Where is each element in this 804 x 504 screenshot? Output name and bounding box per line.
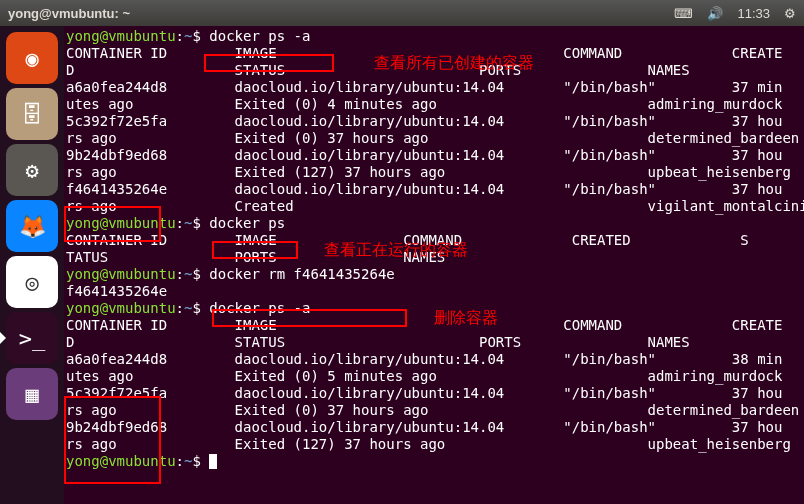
terminal-output-line: a6a0fea244d8 daocloud.io/library/ubuntu:…: [66, 79, 804, 96]
terminal-output-line: rs ago Exited (0) 37 hours ago determine…: [66, 402, 804, 419]
terminal-output-line: 5c392f72e5fa daocloud.io/library/ubuntu:…: [66, 113, 804, 130]
terminal-output-line: D STATUS PORTS NAMES: [66, 334, 804, 351]
cursor-icon: [209, 454, 217, 469]
command-text: docker ps: [209, 215, 285, 231]
command-text: docker rm f4641435264e: [209, 266, 394, 282]
terminal-output-line: f4641435264e daocloud.io/library/ubuntu:…: [66, 181, 804, 198]
terminal-output-line: rs ago Created vigilant_montalcini: [66, 198, 804, 215]
terminal-output-line: utes ago Exited (0) 5 minutes ago admiri…: [66, 368, 804, 385]
terminal-output-line: 9b24dbf9ed68 daocloud.io/library/ubuntu:…: [66, 147, 804, 164]
keyboard-icon[interactable]: ⌨: [674, 6, 693, 21]
launcher-terminal-icon[interactable]: >_: [6, 312, 58, 364]
command-text: docker ps -a: [209, 28, 310, 44]
terminal-output-line: rs ago Exited (127) 37 hours ago upbeat_…: [66, 164, 804, 181]
terminal-line: yong@vmubuntu:~$ docker ps -a: [66, 28, 804, 45]
terminal-output-line: a6a0fea244d8 daocloud.io/library/ubuntu:…: [66, 351, 804, 368]
clock-text[interactable]: 11:33: [737, 6, 770, 21]
terminal-viewport[interactable]: yong@vmubuntu:~$ docker ps -aCONTAINER I…: [64, 26, 804, 504]
terminal-output-line: CONTAINER ID IMAGE COMMAND CREATE: [66, 45, 804, 62]
launcher-settings-icon[interactable]: ⚙: [6, 144, 58, 196]
terminal-output-line: D STATUS PORTS NAMES: [66, 62, 804, 79]
terminal-output-line: CONTAINER ID IMAGE COMMAND CREATE: [66, 317, 804, 334]
sound-icon[interactable]: 🔊: [707, 6, 723, 21]
terminal-output-line: TATUS PORTS NAMES: [66, 249, 804, 266]
command-text: docker ps -a: [209, 300, 310, 316]
terminal-line: yong@vmubuntu:~$ docker ps -a: [66, 300, 804, 317]
launcher-ubuntu-dash-icon[interactable]: ◉: [6, 32, 58, 84]
terminal-output-line: CONTAINER ID IMAGE COMMAND CREATED S: [66, 232, 804, 249]
window-title: yong@vmubuntu: ~: [8, 6, 130, 21]
launcher-files-icon[interactable]: 🗄: [6, 88, 58, 140]
terminal-line: yong@vmubuntu:~$ docker rm f4641435264e: [66, 266, 804, 283]
terminal-output-line: f4641435264e: [66, 283, 804, 300]
launcher-workspace-icon[interactable]: ▦: [6, 368, 58, 420]
terminal-output-line: utes ago Exited (0) 4 minutes ago admiri…: [66, 96, 804, 113]
terminal-output-line: rs ago Exited (127) 37 hours ago upbeat_…: [66, 436, 804, 453]
terminal-output-line: 5c392f72e5fa daocloud.io/library/ubuntu:…: [66, 385, 804, 402]
terminal-output-line: 9b24dbf9ed68 daocloud.io/library/ubuntu:…: [66, 419, 804, 436]
terminal-line: yong@vmubuntu:~$ docker ps: [66, 215, 804, 232]
gear-icon[interactable]: ⚙: [784, 6, 796, 21]
terminal-line: yong@vmubuntu:~$: [66, 453, 804, 470]
launcher-firefox-icon[interactable]: 🦊: [6, 200, 58, 252]
launcher-chrome-icon[interactable]: ◎: [6, 256, 58, 308]
unity-launcher: ◉🗄⚙🦊◎>_▦: [0, 26, 64, 504]
terminal-output-line: rs ago Exited (0) 37 hours ago determine…: [66, 130, 804, 147]
window-titlebar: yong@vmubuntu: ~ ⌨ 🔊 11:33 ⚙: [0, 0, 804, 26]
